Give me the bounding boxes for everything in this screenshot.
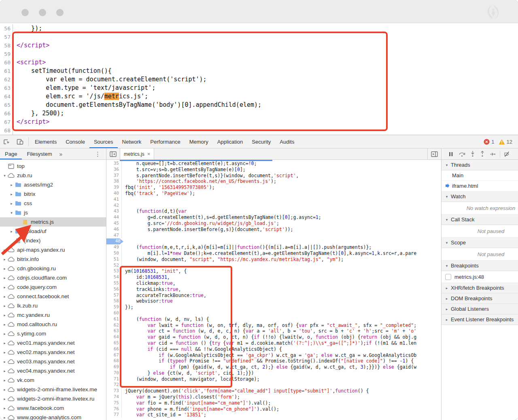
error-badge[interactable]: 1 bbox=[484, 139, 494, 145]
thread-item-main[interactable]: Main bbox=[442, 170, 518, 181]
tree-item-upload-uf[interactable]: ▸upload/uf bbox=[0, 227, 106, 236]
expander-right-icon[interactable]: ▸ bbox=[9, 202, 14, 206]
tree-item-metrics-js[interactable]: metrics.js bbox=[0, 217, 106, 227]
tab-elements[interactable]: Elements bbox=[30, 135, 61, 148]
editor-line-number[interactable]: 69 bbox=[106, 364, 122, 370]
editor-line-number[interactable]: 60 bbox=[106, 310, 122, 316]
tab-performance[interactable]: Performance bbox=[146, 135, 185, 148]
expander-right-icon[interactable]: ▸ bbox=[2, 360, 7, 364]
tree-item-mc-yandex-ru[interactable]: ▸mc.yandex.ru bbox=[0, 310, 106, 320]
expander-right-icon[interactable]: ▸ bbox=[2, 378, 7, 382]
expander-down-icon[interactable]: ▾ bbox=[9, 211, 14, 215]
section-header-watch[interactable]: ▾Watch bbox=[442, 191, 518, 202]
expander-down-icon[interactable]: ▾ bbox=[445, 218, 449, 222]
navigator-tab-filesystem[interactable]: Filesystem bbox=[22, 148, 57, 159]
code-editor[interactable]: 35 n.queue=[];t=b.createElement(e);t.asy… bbox=[106, 160, 441, 420]
section-header-threads[interactable]: ▾Threads bbox=[442, 160, 518, 170]
step-over-icon[interactable] bbox=[456, 148, 468, 159]
window-close-button[interactable] bbox=[21, 9, 29, 16]
expander-right-icon[interactable]: ▸ bbox=[2, 332, 7, 336]
tab-network[interactable]: Network bbox=[118, 135, 146, 148]
editor-line-number[interactable]: 49 bbox=[106, 244, 122, 250]
expander-down-icon[interactable]: ▾ bbox=[2, 174, 7, 178]
tree-item-s-ytimg-com[interactable]: ▸s.ytimg.com bbox=[0, 329, 106, 338]
expander-down-icon[interactable]: ▾ bbox=[445, 241, 449, 245]
editor-line-number[interactable]: 71 bbox=[106, 376, 122, 382]
expander-down-icon[interactable]: ▾ bbox=[445, 163, 449, 167]
editor-line-number[interactable]: 76 bbox=[106, 406, 122, 412]
expander-right-icon[interactable]: ▸ bbox=[9, 229, 14, 233]
expander-right-icon[interactable]: ▸ bbox=[2, 285, 7, 289]
tree-item-www-facebook-com[interactable]: ▸www.facebook.com bbox=[0, 403, 106, 413]
tree-item-widgets-2-omni-iframe-livetex-me[interactable]: ▸widgets-2-omni-iframe.livetex.me bbox=[0, 385, 106, 394]
tree-item-vk-com[interactable]: ▸vk.com bbox=[0, 375, 106, 385]
tree-item-lk-zub-ru[interactable]: ▸lk.zub.ru bbox=[0, 301, 106, 310]
expander-down-icon[interactable]: ▾ bbox=[445, 195, 449, 199]
editor-line-number[interactable]: 77 bbox=[106, 412, 122, 418]
tree-item-code-jquery-com[interactable]: ▸code.jquery.com bbox=[0, 282, 106, 292]
editor-line-number[interactable]: 39 bbox=[106, 185, 122, 191]
editor-line-number[interactable]: 50 bbox=[106, 250, 122, 257]
tree-item-vec02-maps-yandex-net[interactable]: ▸vec02.maps.yandex.net bbox=[0, 348, 106, 357]
breakpoint-line-marker[interactable]: 48 bbox=[106, 238, 123, 244]
tab-application[interactable]: Application bbox=[213, 135, 248, 148]
expander-right-icon[interactable]: ▸ bbox=[445, 318, 449, 322]
editor-line-number[interactable]: 74 bbox=[106, 394, 122, 400]
expander-right-icon[interactable]: ▸ bbox=[445, 307, 449, 311]
step-out-icon[interactable] bbox=[478, 148, 487, 159]
expander-right-icon[interactable]: ▸ bbox=[2, 313, 7, 317]
thread-item-iframe-html[interactable]: iframe.html bbox=[442, 181, 518, 191]
editor-line-number[interactable]: 64 bbox=[106, 334, 122, 340]
editor-line-number[interactable]: 70 bbox=[106, 370, 122, 376]
expander-right-icon[interactable]: ▸ bbox=[9, 183, 14, 187]
step-into-icon[interactable] bbox=[468, 148, 478, 159]
expander-right-icon[interactable]: ▸ bbox=[2, 304, 7, 308]
section-header-global-listeners[interactable]: ▸Global Listeners bbox=[442, 304, 518, 314]
window-minimize-button[interactable] bbox=[39, 9, 46, 16]
tree-item-mod-calltouch-ru[interactable]: ▸mod.calltouch.ru bbox=[0, 320, 106, 329]
device-toolbar-icon[interactable] bbox=[13, 135, 27, 148]
section-header-breakpoints[interactable]: ▾Breakpoints bbox=[442, 261, 518, 271]
console-badges[interactable]: 1 12 bbox=[484, 135, 518, 148]
editor-line-number[interactable]: 67 bbox=[106, 352, 122, 358]
show-debugger-icon[interactable] bbox=[427, 148, 441, 159]
editor-line-number[interactable]: 63 bbox=[106, 328, 122, 334]
tree-item-vec01-maps-yandex-net[interactable]: ▸vec01.maps.yandex.net bbox=[0, 338, 106, 348]
editor-line-number[interactable]: 42 bbox=[106, 203, 122, 209]
hide-navigator-icon[interactable] bbox=[106, 148, 120, 159]
tree-item-cdn-gbooking-ru[interactable]: ▸cdn.gbooking.ru bbox=[0, 264, 106, 273]
tree-item-vec04-maps-yandex-net[interactable]: ▸vec04.maps.yandex.net bbox=[0, 366, 106, 375]
expander-right-icon[interactable]: ▸ bbox=[2, 322, 7, 327]
section-header-dom-breakpoints[interactable]: ▸DOM Breakpoints bbox=[442, 293, 518, 304]
expander-right-icon[interactable]: ▸ bbox=[2, 295, 7, 299]
section-header-call-stack[interactable]: ▾Call Stack bbox=[442, 214, 518, 225]
expander-right-icon[interactable]: ▸ bbox=[2, 369, 7, 373]
expander-right-icon[interactable]: ▸ bbox=[445, 297, 449, 301]
expander-down-icon[interactable]: ▾ bbox=[445, 264, 449, 268]
tree-item-widgets-2-omni-iframe-livetex-ru[interactable]: ▸widgets-2-omni-iframe.livetex.ru bbox=[0, 394, 106, 403]
warning-badge[interactable]: 12 bbox=[499, 139, 512, 145]
tree-item-bitrix-info[interactable]: ▸bitrix.info bbox=[0, 255, 106, 264]
editor-line-number[interactable]: 53 bbox=[106, 268, 122, 274]
editor-line-number[interactable]: 52 bbox=[106, 263, 122, 269]
deactivate-breakpoints-icon[interactable] bbox=[501, 148, 512, 159]
editor-line-number[interactable]: 40 bbox=[106, 191, 122, 197]
expander-right-icon[interactable]: ▸ bbox=[445, 286, 449, 290]
navigator-menu-icon[interactable]: ⋮ bbox=[90, 148, 106, 159]
expander-right-icon[interactable]: ▸ bbox=[2, 350, 7, 354]
editor-line-number[interactable]: 66 bbox=[106, 346, 122, 352]
expander-right-icon[interactable]: ▸ bbox=[2, 276, 7, 280]
tab-audits[interactable]: Audits bbox=[275, 135, 299, 148]
editor-line-number[interactable]: 58 bbox=[106, 298, 122, 304]
editor-line-number[interactable]: 47 bbox=[106, 233, 122, 239]
editor-line-number[interactable]: 37 bbox=[106, 173, 122, 179]
navigator-tab-page[interactable]: Page bbox=[0, 148, 22, 159]
tree-item-zub-ru[interactable]: ▾zub.ru bbox=[0, 171, 106, 180]
expander-right-icon[interactable]: ▸ bbox=[2, 397, 7, 401]
editor-line-number[interactable]: 35 bbox=[106, 161, 122, 167]
editor-line-number[interactable]: 36 bbox=[106, 167, 122, 173]
tree-item-www-google-analytics-com[interactable]: ▸www.google-analytics.com bbox=[0, 413, 106, 420]
editor-line-number[interactable]: 38 bbox=[106, 178, 122, 185]
expander-right-icon[interactable]: ▸ bbox=[9, 192, 14, 196]
editor-line-number[interactable]: 61 bbox=[106, 316, 122, 322]
